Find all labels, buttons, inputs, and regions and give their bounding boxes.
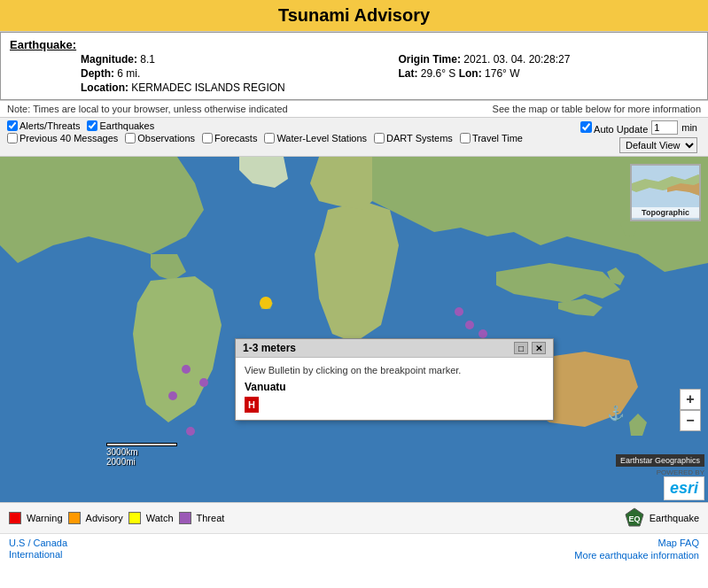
vanuatu-marker[interactable]: ⚓ [607,405,625,422]
view-select[interactable]: Default View [619,137,697,153]
dart-checkbox-label[interactable]: DART Systems [374,133,453,143]
earthquake-legend: EQ Earthquake [625,507,699,529]
earthquake-info: Earthquake: Magnitude: 8.1 Origin Time: … [0,32,708,100]
zoom-in-button[interactable]: + [680,389,701,410]
watch-label: Watch [146,513,174,523]
international-link[interactable]: International [9,549,67,560]
threat-box [179,512,191,524]
travel-time-checkbox[interactable] [460,133,471,143]
alerts-checkbox[interactable] [7,120,18,131]
threat-marker-6[interactable] [455,307,463,316]
note-right: See the map or table below for more info… [493,104,701,114]
prev40-checkbox-label[interactable]: Previous 40 Messages [7,133,118,143]
zoom-out-button[interactable]: − [680,410,701,431]
auto-update-input[interactable]: 1 [651,120,678,135]
popup-h-marker: H [245,397,259,413]
page-header: Tsunami Advisory [0,0,708,32]
legend: Warning Advisory Watch Threat EQ Earthqu… [0,502,708,533]
earthquakes-checkbox[interactable] [87,120,97,131]
depth-field: Depth: 6 mi. [81,67,381,80]
auto-update-label[interactable]: Auto Update [580,121,649,135]
earthquakes-checkbox-label[interactable]: Earthquakes [87,120,154,131]
footer-right: Map FAQ More earthquake information [574,538,699,561]
location-field: Location: KERMADEC ISLANDS REGION [10,81,698,94]
threat-marker-3[interactable] [199,378,208,387]
travel-time-checkbox-label[interactable]: Travel Time [460,133,523,143]
us-canada-link[interactable]: U.S / Canada [9,538,67,548]
esri-branding: Earthstar Geographics POWERED BY esri [616,454,704,500]
popup-panel: 1-3 meters □ ✕ View Bulletin by clicking… [235,338,554,421]
threat-label: Threat [197,513,225,523]
watch-marker-hawaii[interactable] [260,297,272,309]
zoom-controls: + − [680,389,701,431]
page-title: Tsunami Advisory [0,5,708,26]
warning-label: Warning [27,513,63,523]
scale-km: 3000km [106,447,177,457]
popup-title: 1-3 meters [243,342,296,354]
earthquake-legend-label: Earthquake [650,513,699,523]
dart-checkbox[interactable] [374,133,385,143]
observations-checkbox[interactable] [125,133,136,143]
warning-box [9,512,21,524]
popup-body: View Bulletin by clicking on the breakpo… [236,358,553,420]
footer-left: U.S / Canada International [9,538,67,561]
threat-marker-8[interactable] [478,329,487,338]
origin-time-field: Origin Time: 2021. 03. 04. 20:28:27 [399,53,699,66]
esri-logo: esri [664,476,704,500]
note-bar: Note: Times are local to your browser, u… [0,100,708,118]
topo-inset[interactable]: Topographic [630,164,701,221]
earthquake-label: Earthquake: [10,38,76,51]
more-eq-link[interactable]: More earthquake information [574,550,699,561]
popup-location: Vanuatu [245,381,544,393]
water-level-checkbox[interactable] [264,133,275,143]
advisory-label: Advisory [86,513,123,523]
threat-marker-2[interactable] [186,427,195,436]
powered-by-label: POWERED BY [657,468,704,476]
forecasts-checkbox[interactable] [202,133,213,143]
observations-checkbox-label[interactable]: Observations [125,133,195,143]
note-left: Note: Times are local to your browser, u… [7,104,288,114]
footer: U.S / Canada International Map FAQ More … [0,533,708,564]
scale-bar: 3000km 2000mi [106,443,177,467]
alerts-checkbox-label[interactable]: Alerts/Threats [7,120,80,131]
watch-box [128,512,141,524]
magnitude-field: Magnitude: 8.1 [81,53,381,66]
legend-row-1: Warning Advisory Watch Threat [9,512,607,524]
earthstar-label: Earthstar Geographics [616,454,704,467]
popup-header: 1-3 meters □ ✕ [236,339,553,358]
map-area[interactable]: Topographic ⚓ 1-3 meters □ ✕ View Bullet… [0,157,708,502]
topo-label: Topographic [632,207,699,218]
controls-panel: Alerts/Threats Earthquakes Previous 40 M… [0,118,708,157]
popup-minimize-button[interactable]: □ [514,342,528,354]
threat-marker-4[interactable] [182,365,191,374]
popup-close-button[interactable]: ✕ [532,342,546,354]
threat-marker-1[interactable] [168,391,177,400]
auto-update-checkbox[interactable] [580,121,592,133]
latlon-field: Lat: 29.6° S Lon: 176° W [399,67,699,80]
threat-marker-7[interactable] [465,321,474,329]
prev40-checkbox[interactable] [7,133,18,143]
forecasts-checkbox-label[interactable]: Forecasts [202,133,257,143]
water-level-checkbox-label[interactable]: Water-Level Stations [264,133,367,143]
popup-text: View Bulletin by clicking on the breakpo… [245,365,544,375]
advisory-box [68,512,81,524]
scale-mi: 2000mi [106,457,177,467]
map-faq-link[interactable]: Map FAQ [658,538,699,548]
earthquake-icon: EQ [625,507,644,529]
svg-text:EQ: EQ [628,514,640,523]
